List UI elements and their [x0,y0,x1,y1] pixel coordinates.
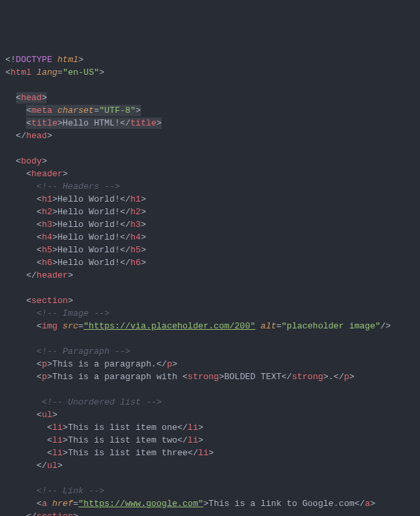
code-line: <li>This is list item two</li> [5,434,415,447]
code-line: <p>This is a paragraph.</p> [5,358,415,370]
code-line: <p>This is a paragraph with <strong>BOLD… [5,370,415,383]
code-line [5,282,415,294]
code-line: <header> [5,168,415,180]
code-line: <h2>Hello World!</h2> [5,206,415,218]
code-line: <title>Hello HTML!</title> [5,117,415,130]
code-line: <section> [5,294,415,307]
code-line: </header> [5,269,415,282]
code-line: <body> [5,155,415,168]
code-line [5,472,415,485]
code-line [5,383,415,396]
code-line: <li>This is list item one</li> [5,421,415,434]
code-line: <head> [5,91,415,104]
code-line: <!-- Link --> [5,485,415,497]
code-line: <h4>Hello World!</h4> [5,231,415,244]
code-line [5,79,415,91]
code-line: </head> [5,130,415,142]
code-line: <a href="https://www.google.com">This is… [5,497,415,510]
code-line: <img src="https://via.placeholder.com/20… [5,320,415,332]
code-line [5,142,415,155]
code-line: <!-- Image --> [5,307,415,320]
code-line: <!-- Paragraph --> [5,345,415,358]
code-line: <!DOCTYPE html> [5,53,415,66]
code-line: <ul> [5,409,415,421]
code-line: <!-- Headers --> [5,180,415,193]
code-line: </ul> [5,459,415,472]
code-line: <meta charset="UTF-8"> [5,104,415,117]
code-line: <li>This is list item three</li> [5,447,415,459]
code-line [5,332,415,345]
code-line: <h6>Hello World!</h6> [5,256,415,269]
code-line: <!-- Unordered list --> [5,396,415,409]
code-line: </section> [5,510,415,516]
code-line: <h3>Hello World!</h3> [5,218,415,231]
code-line: <h5>Hello World!</h5> [5,244,415,256]
code-line: <html lang="en-US"> [5,66,415,79]
code-line: <h1>Hello World!</h1> [5,193,415,206]
code-editor[interactable]: <!DOCTYPE html><html lang="en-US"> <head… [5,53,415,516]
